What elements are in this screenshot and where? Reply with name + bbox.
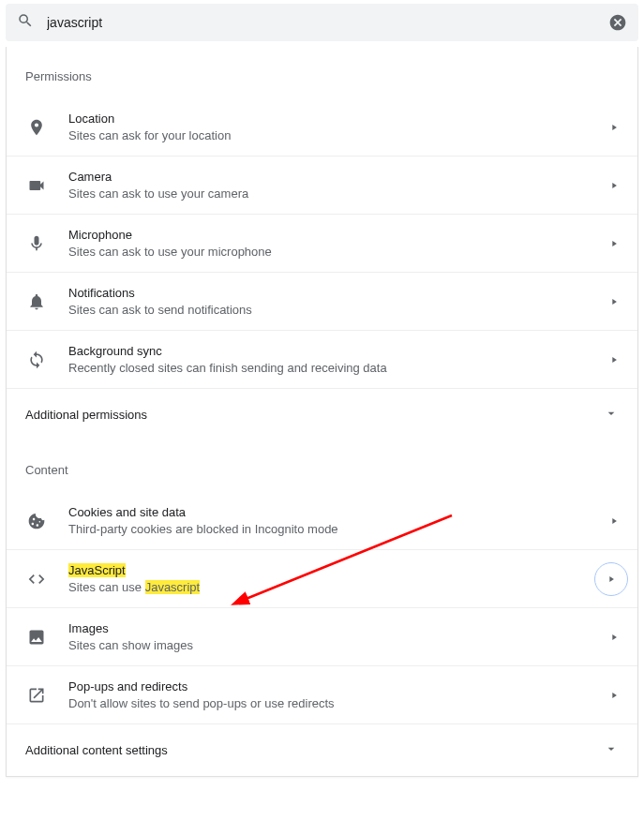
chevron-right-icon xyxy=(609,629,619,646)
cookie-icon xyxy=(25,512,48,530)
open-new-icon xyxy=(25,686,48,705)
camera-row[interactable]: Camera Sites can ask to use your camera xyxy=(7,156,637,214)
row-text: Background sync Recently closed sites ca… xyxy=(68,344,609,375)
bgsync-row[interactable]: Background sync Recently closed sites ca… xyxy=(7,330,637,388)
row-title: Location xyxy=(68,112,609,126)
row-text: Cookies and site data Third-party cookie… xyxy=(68,505,609,536)
row-title: Background sync xyxy=(68,344,609,358)
clear-search-button[interactable] xyxy=(608,13,627,32)
sync-icon xyxy=(25,350,48,369)
javascript-row[interactable]: JavaScript Sites can use Javascript xyxy=(7,549,637,607)
row-subtitle: Sites can show images xyxy=(68,638,609,652)
row-title: Images xyxy=(68,621,609,635)
images-row[interactable]: Images Sites can show images xyxy=(7,607,637,665)
row-text: Images Sites can show images xyxy=(68,621,609,652)
chevron-right-icon xyxy=(609,235,619,252)
expand-label: Additional content settings xyxy=(25,743,168,757)
bell-icon xyxy=(25,292,48,311)
row-text: Camera Sites can ask to use your camera xyxy=(68,170,609,201)
row-subtitle: Don't allow sites to send pop-ups or use… xyxy=(68,696,609,710)
row-subtitle: Sites can ask for your location xyxy=(68,128,609,142)
row-text: Location Sites can ask for your location xyxy=(68,112,609,142)
row-subtitle: Sites can use Javascript xyxy=(68,580,619,594)
search-icon xyxy=(17,12,34,33)
camera-icon xyxy=(25,176,48,195)
row-subtitle: Recently closed sites can finish sending… xyxy=(68,361,609,375)
row-title: Cookies and site data xyxy=(68,505,609,519)
row-text: Pop-ups and redirects Don't allow sites … xyxy=(68,679,609,710)
row-title: Pop-ups and redirects xyxy=(68,679,609,693)
additional-permissions-row[interactable]: Additional permissions xyxy=(7,388,637,440)
content-heading: Content xyxy=(7,440,637,492)
popups-row[interactable]: Pop-ups and redirects Don't allow sites … xyxy=(7,665,637,723)
chevron-right-icon xyxy=(609,177,619,194)
row-title: Notifications xyxy=(68,286,609,300)
row-title: Microphone xyxy=(68,228,609,242)
chevron-right-icon xyxy=(609,351,619,368)
permissions-heading: Permissions xyxy=(7,47,637,98)
row-text: Notifications Sites can ask to send noti… xyxy=(68,286,609,317)
row-text: Microphone Sites can ask to use your mic… xyxy=(68,228,609,259)
location-row[interactable]: Location Sites can ask for your location xyxy=(7,98,637,156)
row-title: Camera xyxy=(68,170,609,184)
image-icon xyxy=(25,628,48,647)
chevron-right-icon xyxy=(609,119,619,136)
row-subtitle: Third-party cookies are blocked in Incog… xyxy=(68,522,609,536)
cookies-row[interactable]: Cookies and site data Third-party cookie… xyxy=(7,492,637,549)
search-input[interactable] xyxy=(47,15,608,30)
row-subtitle: Sites can ask to use your microphone xyxy=(68,245,609,259)
chevron-down-icon xyxy=(604,741,619,759)
chevron-right-icon xyxy=(609,513,619,529)
settings-panel: Permissions Location Sites can ask for y… xyxy=(6,47,638,777)
microphone-row[interactable]: Microphone Sites can ask to use your mic… xyxy=(7,214,637,272)
row-title: JavaScript xyxy=(68,563,619,577)
additional-content-row[interactable]: Additional content settings xyxy=(7,723,637,776)
code-icon xyxy=(25,570,48,589)
highlight-circle xyxy=(594,562,628,596)
row-subtitle: Sites can ask to use your camera xyxy=(68,186,609,201)
chevron-down-icon xyxy=(604,406,619,424)
search-bar xyxy=(6,4,638,41)
expand-label: Additional permissions xyxy=(25,408,147,422)
microphone-icon xyxy=(25,234,48,253)
location-icon xyxy=(25,118,48,137)
chevron-right-icon xyxy=(609,293,619,310)
row-subtitle: Sites can ask to send notifications xyxy=(68,303,609,317)
chevron-right-icon xyxy=(607,571,616,588)
notifications-row[interactable]: Notifications Sites can ask to send noti… xyxy=(7,272,637,330)
row-text: JavaScript Sites can use Javascript xyxy=(68,563,619,594)
chevron-right-icon xyxy=(609,687,619,704)
